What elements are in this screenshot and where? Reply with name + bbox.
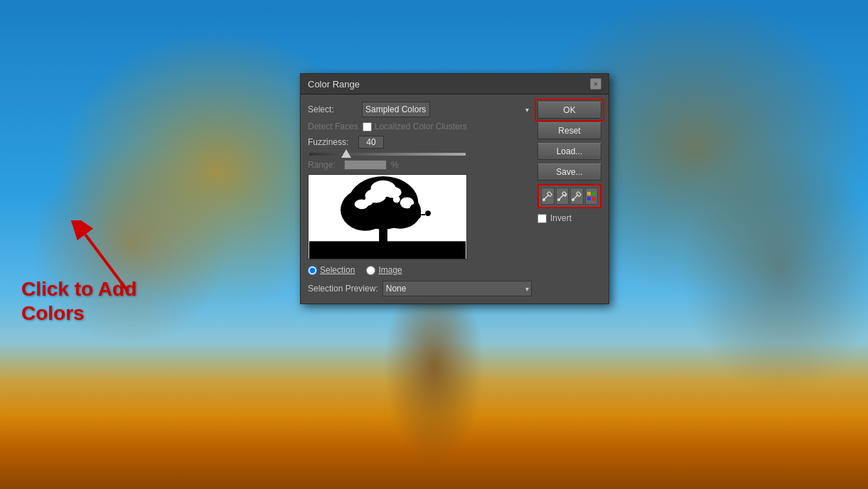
sel-preview-select-wrapper: None Grayscale Black Matte White Matte Q… (382, 281, 532, 296)
selection-preview-dropdown[interactable]: None Grayscale Black Matte White Matte Q… (382, 281, 532, 296)
svg-rect-34 (587, 192, 591, 195)
select-row: Select: Sampled Colors Reds Yellows Gree… (308, 102, 532, 117)
preview-container (308, 174, 467, 259)
eyedropper-tools-row: + - (537, 184, 601, 208)
svg-point-16 (353, 208, 360, 215)
svg-point-19 (414, 212, 421, 219)
selection-radio-label[interactable]: Selection (308, 265, 355, 275)
dialog-body: Select: Sampled Colors Reds Yellows Gree… (301, 95, 609, 303)
svg-point-20 (425, 210, 431, 216)
preview-image (309, 175, 466, 259)
invert-row: Invert (537, 213, 601, 223)
range-label: Range: (308, 160, 340, 170)
localized-color-checkbox[interactable] (363, 122, 372, 131)
svg-point-28 (557, 198, 560, 201)
image-radio-label[interactable]: Image (366, 265, 402, 275)
annotation-text: Click to Add Colors (21, 277, 136, 325)
svg-point-13 (370, 181, 395, 198)
dialog-titlebar: Color Range × (301, 74, 609, 95)
ok-button[interactable]: OK (537, 102, 601, 119)
svg-point-14 (365, 197, 373, 205)
radio-row: Selection Image (308, 265, 532, 275)
svg-point-32 (572, 198, 574, 201)
selection-preview-row: Selection Preview: None Grayscale Black … (308, 281, 532, 296)
eyedropper-subtract-icon: - (571, 190, 582, 202)
fuzziness-label: Fuzziness: (308, 137, 354, 147)
eyedropper-add-tool[interactable]: + (556, 188, 569, 205)
svg-rect-22 (421, 214, 425, 215)
select-label: Select: (308, 104, 358, 114)
detect-faces-row: Detect Faces Localized Color Clusters (308, 122, 532, 131)
load-button[interactable]: Load... (537, 143, 601, 160)
svg-point-17 (409, 204, 418, 213)
close-button[interactable]: × (590, 78, 601, 90)
reset-button[interactable]: Reset (537, 122, 601, 139)
range-track (344, 160, 387, 170)
dialog-left-panel: Select: Sampled Colors Reds Yellows Gree… (308, 102, 532, 296)
invert-checkbox[interactable] (537, 214, 547, 223)
fuzziness-input[interactable]: 40 (358, 136, 384, 149)
eyedropper-add-icon: + (557, 190, 568, 202)
svg-rect-21 (348, 215, 353, 217)
selection-preview-label: Selection Preview: (308, 284, 378, 294)
range-pct: % (391, 160, 399, 170)
select-dropdown[interactable]: Sampled Colors Reds Yellows Greens Cyans… (362, 102, 430, 117)
svg-rect-35 (592, 192, 596, 195)
eyedropper-icon (542, 190, 553, 202)
eyedropper-subtract-tool[interactable]: - (570, 188, 584, 205)
range-row: Range: % (308, 160, 532, 170)
dialog-right-panel: OK Reset Load... Save... (537, 102, 601, 296)
color-tool[interactable] (585, 188, 599, 205)
svg-text:+: + (564, 193, 567, 198)
detect-faces-label: Detect Faces (308, 122, 358, 131)
select-wrapper: Sampled Colors Reds Yellows Greens Cyans… (362, 102, 532, 117)
localized-color-label[interactable]: Localized Color Clusters (363, 122, 467, 131)
selection-radio[interactable] (308, 266, 317, 275)
dialog-title: Color Range (308, 79, 360, 90)
svg-rect-37 (592, 197, 596, 200)
fuzziness-slider-container (308, 153, 532, 156)
image-radio[interactable] (366, 266, 375, 275)
slider-thumb (341, 149, 351, 158)
fuzziness-row: Fuzziness: 40 (308, 136, 532, 149)
color-range-dialog: Color Range × Select: Sampled Colors Red… (300, 73, 609, 304)
eyedropper-tool[interactable] (541, 188, 554, 205)
svg-rect-36 (587, 197, 591, 200)
svg-point-15 (393, 196, 400, 203)
svg-point-25 (542, 198, 545, 201)
save-button[interactable]: Save... (537, 163, 601, 181)
color-tool-icon (586, 190, 597, 202)
invert-label: Invert (550, 213, 572, 223)
fuzziness-slider[interactable] (309, 153, 466, 156)
